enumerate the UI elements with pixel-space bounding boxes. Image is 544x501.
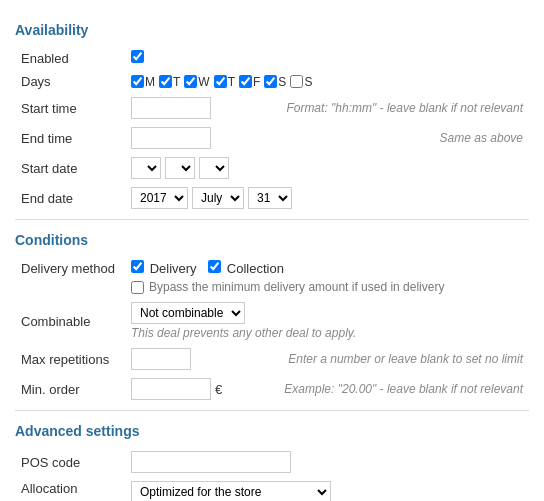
start-date-cell [125,153,529,183]
delivery-checkbox[interactable] [131,260,144,273]
start-date-selects [131,157,229,179]
combinable-hint: This deal prevents any other deal to app… [131,326,523,340]
days-row: Days M T W T F [15,70,529,93]
end-date-label: End date [15,183,125,213]
start-date-row: Start date [15,153,529,183]
divider-1 [15,219,529,220]
collection-label: Collection [227,261,284,276]
delivery-options: Delivery Collection [131,260,523,276]
conditions-table: Delivery method Delivery Collection Bypa… [15,256,529,404]
pos-code-row: POS code [15,447,529,477]
allocation-row: Allocation Optimized for the store Defau… [15,477,529,501]
max-rep-row: Max repetitions Enter a number or leave … [15,344,529,374]
start-date-day-select[interactable] [199,157,229,179]
collection-option: Collection [208,261,292,276]
pos-code-cell [125,447,529,477]
end-time-hint: Same as above [234,123,529,153]
days-label: Days [15,70,125,93]
day-T1: T [159,75,180,89]
delivery-label: Delivery [150,261,197,276]
start-time-row: Start time Format: "hh:mm" - leave blank… [15,93,529,123]
end-date-row: End date 2017 July 31 [15,183,529,213]
delivery-option: Delivery [131,261,208,276]
min-order-unit: € [215,382,222,397]
day-F-checkbox[interactable] [239,75,252,88]
min-order-label: Min. order [15,374,125,404]
day-F: F [239,75,260,89]
combinable-cell: Not combinable This deal prevents any ot… [125,298,529,344]
conditions-section: Conditions Delivery method Delivery Coll… [15,232,529,404]
day-T2-checkbox[interactable] [214,75,227,88]
day-S1-checkbox[interactable] [264,75,277,88]
conditions-title: Conditions [15,232,529,248]
min-order-row: Min. order € Example: "20.00" - leave bl… [15,374,529,404]
start-time-input[interactable] [131,97,211,119]
min-order-input-group: € [131,378,222,400]
max-rep-label: Max repetitions [15,344,125,374]
day-T2: T [214,75,235,89]
start-date-month-select[interactable] [165,157,195,179]
day-T1-checkbox[interactable] [159,75,172,88]
start-date-year-select[interactable] [131,157,161,179]
allocation-label: Allocation [15,477,125,501]
enabled-label: Enabled [15,46,125,70]
allocation-select[interactable]: Optimized for the store [131,481,331,501]
end-date-cell: 2017 July 31 [125,183,529,213]
end-date-day-select[interactable]: 31 [248,187,292,209]
days-checkboxes: M T W T F S [131,75,523,89]
max-rep-cell [125,344,243,374]
max-rep-input[interactable] [131,348,191,370]
availability-title: Availability [15,22,529,38]
bypass-row: Bypass the minimum delivery amount if us… [131,280,523,294]
min-order-hint: Example: "20.00" - leave blank if not re… [243,374,529,404]
day-S2-checkbox[interactable] [290,75,303,88]
end-time-input[interactable] [131,127,211,149]
start-date-label: Start date [15,153,125,183]
min-order-input[interactable] [131,378,211,400]
bypass-checkbox[interactable] [131,281,144,294]
start-time-label: Start time [15,93,125,123]
start-time-hint: Format: "hh:mm" - leave blank if not rel… [234,93,529,123]
day-M-checkbox[interactable] [131,75,144,88]
end-time-cell [125,123,234,153]
pos-code-label: POS code [15,447,125,477]
day-W: W [184,75,209,89]
end-date-selects: 2017 July 31 [131,187,292,209]
advanced-table: POS code Allocation Optimized for the st… [15,447,529,501]
bypass-label: Bypass the minimum delivery amount if us… [149,280,444,294]
min-order-cell: € [125,374,243,404]
pos-code-input[interactable] [131,451,291,473]
enabled-checkbox[interactable] [131,50,144,63]
day-M: M [131,75,155,89]
delivery-method-label: Delivery method [15,256,125,298]
advanced-section: Advanced settings POS code Allocation Op… [15,423,529,501]
combinable-row: Combinable Not combinable This deal prev… [15,298,529,344]
end-date-year-select[interactable]: 2017 [131,187,188,209]
combinable-label: Combinable [15,298,125,344]
day-S2: S [290,75,312,89]
collection-checkbox[interactable] [208,260,221,273]
advanced-title: Advanced settings [15,423,529,439]
divider-2 [15,410,529,411]
availability-section: Availability Enabled Days M T [15,22,529,213]
enabled-input-cell [125,46,234,70]
end-time-row: End time Same as above [15,123,529,153]
enabled-row: Enabled [15,46,529,70]
end-date-month-select[interactable]: July [192,187,244,209]
max-rep-hint: Enter a number or leave blank to set no … [243,344,529,374]
day-W-checkbox[interactable] [184,75,197,88]
delivery-method-row: Delivery method Delivery Collection Bypa… [15,256,529,298]
allocation-cell: Optimized for the store Default mode. Th… [125,477,529,501]
days-cell: M T W T F S [125,70,529,93]
start-time-cell [125,93,234,123]
day-S1: S [264,75,286,89]
delivery-method-cell: Delivery Collection Bypass the minimum d… [125,256,529,298]
availability-table: Enabled Days M T W [15,46,529,213]
end-time-label: End time [15,123,125,153]
combinable-select[interactable]: Not combinable [131,302,245,324]
